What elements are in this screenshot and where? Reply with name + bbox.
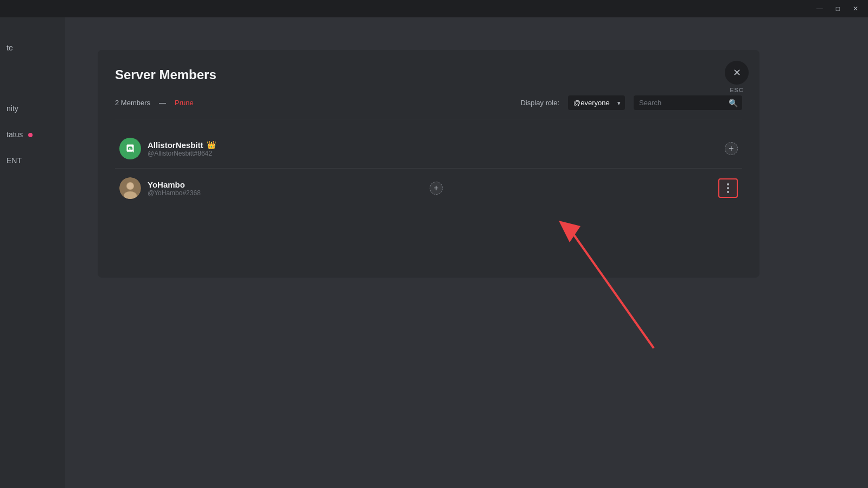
plus-icon: +: [433, 183, 438, 193]
add-role-button[interactable]: +: [430, 182, 443, 195]
separator: —: [159, 99, 166, 107]
member-separator: [115, 168, 742, 169]
member-info: YoHambo @YoHambo#2368: [148, 180, 423, 197]
sidebar-item-te[interactable]: te: [0, 39, 65, 56]
window-chrome: — □ ✕: [0, 0, 868, 17]
member-name: YoHambo: [148, 180, 185, 189]
maximize-button[interactable]: □: [831, 3, 845, 15]
status-dot: [28, 133, 33, 137]
member-name: AllistorNesbitt: [148, 140, 203, 150]
sidebar-item-tatus[interactable]: tatus: [0, 126, 65, 143]
members-list: AllistorNesbitt 👑 @AllistorNesbitt#8642 …: [115, 132, 742, 204]
table-row[interactable]: YoHambo @YoHambo#2368 +: [115, 172, 742, 204]
avatar: [119, 138, 141, 159]
role-select-wrapper: @everyone: [568, 95, 625, 110]
search-icon: 🔍: [729, 99, 738, 107]
close-x-icon: ✕: [733, 67, 741, 79]
search-button[interactable]: 🔍: [729, 99, 738, 107]
member-info: AllistorNesbitt 👑 @AllistorNesbitt#8642: [148, 140, 718, 157]
yohambo-avatar: [119, 177, 141, 199]
app-container: te nity tatus ENT ✕ ESC Server M: [0, 17, 868, 488]
esc-button-container[interactable]: ✕ ESC: [725, 61, 749, 93]
plus-icon: +: [729, 144, 733, 153]
esc-label: ESC: [730, 87, 744, 93]
main-content: ✕ ESC Server Members 2 Members — Prune D…: [65, 17, 868, 488]
svg-point-3: [127, 183, 133, 189]
close-modal-button[interactable]: ✕: [725, 61, 749, 85]
role-select[interactable]: @everyone: [568, 95, 625, 110]
prune-link[interactable]: Prune: [175, 99, 194, 107]
minimize-button[interactable]: —: [811, 3, 828, 15]
crown-icon: 👑: [207, 140, 216, 149]
person-avatar-icon: [119, 177, 141, 199]
add-role-button[interactable]: +: [725, 142, 738, 155]
more-options-button[interactable]: [718, 178, 738, 198]
member-name-row: YoHambo: [148, 180, 423, 189]
search-wrapper: 🔍: [634, 95, 742, 110]
member-count: 2 Members: [115, 99, 150, 107]
modal-subheader: 2 Members — Prune Display role: @everyon…: [115, 95, 742, 119]
discord-avatar-bg: [119, 138, 141, 159]
modal-title: Server Members: [115, 67, 742, 82]
dot-2: [727, 187, 729, 189]
member-name-row: AllistorNesbitt 👑: [148, 140, 718, 150]
display-role-label: Display role:: [520, 99, 559, 107]
sidebar: te nity tatus ENT: [0, 17, 65, 488]
member-handle: @YoHambo#2368: [148, 189, 423, 197]
server-members-modal: ✕ ESC Server Members 2 Members — Prune D…: [98, 50, 760, 278]
avatar: [119, 177, 141, 199]
window-controls: — □ ✕: [811, 3, 864, 15]
sidebar-item-ent[interactable]: ENT: [0, 152, 65, 169]
dot-1: [727, 183, 729, 185]
search-input[interactable]: [634, 95, 742, 110]
sidebar-item-nity[interactable]: nity: [0, 100, 65, 117]
dot-3: [727, 191, 729, 193]
table-row[interactable]: AllistorNesbitt 👑 @AllistorNesbitt#8642 …: [115, 132, 742, 165]
member-handle: @AllistorNesbitt#8642: [148, 150, 718, 157]
discord-logo-icon: [124, 144, 137, 153]
close-button[interactable]: ✕: [847, 3, 864, 15]
